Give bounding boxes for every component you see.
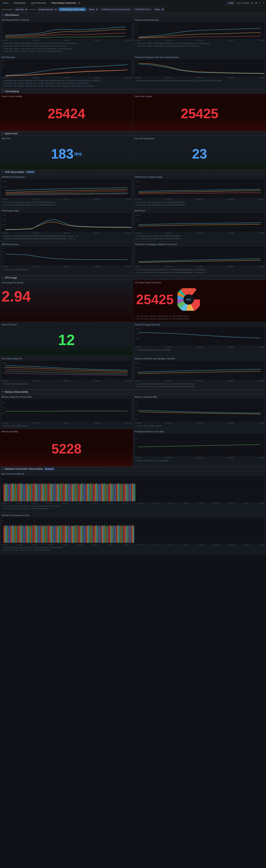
refresh-icon[interactable]: ↻ (252, 1, 254, 4)
svg-rect-193 (70, 484, 70, 501)
collapse-cpu-icon[interactable]: ▼ (2, 277, 4, 279)
svg-text:0.2: 0.2 (2, 259, 4, 260)
svg-rect-185 (60, 484, 61, 501)
svg-rect-151 (21, 483, 22, 501)
mem-last-gc-time: 15:20:00 15:21:00 15:22:00 15:23:00 15:2… (135, 380, 265, 382)
svg-rect-265 (14, 526, 14, 543)
gc-time-chart: 8 6 4 2 (135, 247, 265, 265)
starred-icon[interactable]: ★ (78, 1, 81, 4)
svg-rect-192 (68, 483, 69, 501)
svg-rect-359 (123, 526, 124, 543)
svg-rect-138 (6, 483, 6, 501)
svg-text:200 MB: 200 MB (135, 214, 140, 216)
svg-rect-247 (132, 483, 133, 501)
tab-buffer-pool[interactable]: JVM Buffer Pool (133, 7, 152, 11)
collapse-memory-icon[interactable]: ▼ (2, 391, 4, 393)
panel-max-connection: Max Connection Allowed 20 10 (0, 471, 266, 513)
gc-time-time: 15:20:00 15:21:00 15:22:00 15:23:00 15:2… (135, 266, 265, 268)
panel-current-loading: Class Current Loading 25424 (0, 94, 133, 131)
home-link[interactable]: Home (1, 1, 10, 5)
svg-rect-260 (8, 526, 9, 543)
svg-rect-147 (16, 484, 17, 501)
svg-rect-291 (44, 526, 45, 543)
svg-rect-249 (135, 484, 135, 501)
service-select[interactable]: product-service (37, 7, 57, 11)
expand-icon[interactable]: ⤢ (262, 1, 265, 4)
svg-rect-136 (3, 484, 4, 501)
svg-rect-194 (71, 484, 71, 501)
svg-rect-216 (96, 483, 97, 501)
svg-rect-329 (88, 525, 89, 543)
collapse-jvm-icon[interactable]: ▼ (2, 171, 4, 173)
svg-rect-229 (111, 484, 112, 501)
svg-text:100 MB: 100 MB (135, 219, 140, 221)
collapse-icon[interactable]: ▼ (2, 14, 4, 16)
svg-text:200: 200 (2, 60, 4, 62)
svg-rect-236 (119, 484, 120, 501)
jvm-row-2: JVM Duration Rate 0.006 0.004 0.002 15:2… (0, 208, 266, 242)
svg-rect-149 (19, 484, 19, 501)
dashboards-link[interactable]: Dashboards (12, 1, 27, 5)
service-label: service (29, 8, 36, 10)
panel-memory-limit: Memory limit (Mb) 5228 (0, 429, 133, 466)
svg-rect-223 (105, 483, 105, 501)
observability-link[interactable]: Observability Dashboard (50, 1, 77, 5)
section-memory: ▼ Memory Observability (0, 390, 266, 394)
section-database: ▼ Database Connection Observability 20 p… (0, 467, 266, 471)
section-title-quick: Quick Facts (5, 132, 18, 135)
opentelemetry-link[interactable]: OpenTelemetry (30, 1, 47, 5)
settings-icon[interactable]: ⚙ (255, 1, 257, 4)
http-rate-title: Http Request Rate Per Minute (1, 19, 131, 21)
namespace-select[interactable]: yas-msa (14, 7, 28, 11)
jvm-heap-title: JVM Memory Pool(Heap) (1, 176, 131, 178)
http-rate-chart: 0.8 0.6 0.4 0.2 (1, 22, 131, 39)
svg-rect-299 (53, 526, 54, 543)
svg-rect-196 (73, 484, 74, 501)
svg-rect-362 (126, 525, 127, 543)
panel-memory-usage: Memory Usage Per Service (Mb) 500 450 40… (0, 394, 133, 429)
svg-rect-347 (109, 526, 110, 543)
svg-rect-348 (110, 525, 111, 543)
current-loading-title: Class Current Loading (1, 95, 131, 97)
svg-rect-302 (57, 525, 58, 543)
start-time-display: 183 ms (1, 141, 131, 167)
collapse-db-icon[interactable]: ▼ (2, 468, 4, 470)
svg-rect-293 (47, 525, 47, 543)
svg-rect-125 (135, 434, 265, 456)
start-time-value: 183 (51, 146, 73, 161)
svg-text:0.8: 0.8 (2, 23, 4, 25)
collapse-classloading-icon[interactable]: ▼ (2, 90, 4, 92)
svg-rect-344 (106, 526, 106, 543)
section-title-jvm: JVM Observability (5, 171, 24, 174)
panel-total-requests: Total Requests 200 100 15:20:00 15:21:00… (0, 55, 133, 89)
share-icon[interactable]: ⇧ (259, 1, 261, 4)
svg-text:100: 100 (135, 27, 138, 29)
svg-rect-354 (117, 526, 118, 543)
total-requests-time-axis: 15:20:00 15:21:00 15:22:00 15:23:00 15:2… (1, 77, 131, 79)
total-loaded-title: Total Class Loaded (135, 95, 265, 97)
svg-rect-328 (87, 526, 88, 543)
svg-rect-174 (48, 484, 48, 501)
add-button[interactable]: + Add (226, 1, 235, 5)
svg-text:20: 20 (2, 520, 4, 522)
svg-rect-186 (61, 484, 62, 501)
svg-rect-153 (23, 484, 24, 501)
panel-total-cpu-rate: Total CPU Usage Rate (5m) 0.0035 0.003 0… (133, 322, 266, 356)
svg-rect-297 (51, 525, 52, 543)
svg-rect-239 (123, 484, 124, 501)
svg-rect-337 (97, 526, 98, 543)
panel-jvm-duration: JVM Duration Rate 0.006 0.004 0.002 15:2… (0, 208, 133, 242)
svg-rect-226 (108, 484, 109, 501)
svg-text:544: 544 (135, 409, 138, 411)
svg-rect-340 (101, 526, 101, 543)
section-title-db: Database Connection Observability (5, 468, 43, 470)
svg-rect-238 (122, 484, 123, 501)
collapse-quick-icon[interactable]: ▼ (2, 132, 4, 134)
tab-jvm-heap[interactable]: JVM Memory Pools Heap (59, 7, 86, 11)
svg-rect-315 (72, 526, 72, 543)
tab-jvm-nonheap[interactable]: JVM Memory Pools Non-Heap (100, 7, 132, 11)
none2-select[interactable]: None (153, 7, 165, 11)
panel-buffer-pool: Buffer Pool 200 MB 100 MB 0.0 15:20:00 1… (133, 208, 266, 242)
panel-prometheus-memory: Prometheus Memory Used (Mb) 100 50 15:20… (133, 429, 266, 466)
none1-select[interactable]: None (87, 7, 98, 11)
